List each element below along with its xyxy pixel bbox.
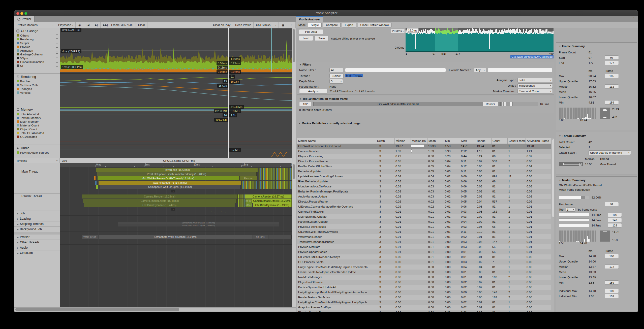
first-frame-button[interactable]: 97 [605, 202, 619, 206]
table-row[interactable]: WatermarkRender30.010.010.010.020.018110… [297, 234, 551, 239]
clear-on-play-toggle[interactable]: Clear on Play [211, 22, 233, 28]
table-row[interactable]: Director.ProcessFrame30.050.060.040.110.… [297, 159, 551, 164]
legend-item[interactable]: Mesh Memory [14, 120, 60, 123]
table-row[interactable]: Profiler.CollectGlobalStats30.050.050.04… [297, 164, 551, 169]
table-row[interactable]: UnityEngine.InputModule.dll!UnityEngineI… [297, 290, 551, 295]
timeline-live-button[interactable]: Live [60, 158, 69, 163]
mode-button-compare[interactable]: Compare [323, 23, 341, 27]
call-stacks-toggle[interactable]: Call Stacks [254, 22, 273, 28]
module-header[interactable]: Audio [14, 145, 60, 151]
table-row[interactable]: ParticleSystem.EndUpdateAll30.000.000.00… [297, 285, 551, 290]
timeline-span[interactable]: Semaphore.WaitForSignal (16.66ms) [118, 222, 279, 224]
column-header-max[interactable]: Max [460, 138, 476, 144]
timeline-span[interactable]: Gfx.DrawDynamic (15.44ms) [84, 203, 235, 207]
top10-segment[interactable] [504, 102, 506, 106]
column-header-min[interactable]: Min [444, 138, 460, 144]
table-row[interactable]: UIEvents.IMGUIRenderOverlays30.000.010.0… [297, 254, 551, 259]
timeline-menu-icon[interactable]: ⋮ [289, 158, 296, 163]
table-row[interactable]: Graphics.PresentAndSync30.000.000.000.02… [297, 305, 551, 310]
thread-row-scripting-threads[interactable]: ▶Scripting Threads [14, 221, 60, 226]
top10-segment[interactable]: Render [483, 102, 498, 106]
table-row[interactable]: MeshSkinning.Update30.010.010.010.030.02… [297, 214, 551, 219]
column-header-count-frame[interactable]: Count Frame [507, 138, 526, 144]
table-row[interactable]: UpdateRendererBoundingVolumes30.040.040.… [297, 174, 551, 179]
expander-icon[interactable]: ▼ [171, 190, 175, 192]
table-row[interactable]: Director.PrepareFrame30.020.020.020.050.… [297, 199, 551, 204]
table-row[interactable]: Monobehaviour.OnMouse_30.030.030.030.060… [297, 184, 551, 189]
graph-scale-dropdown[interactable]: Upper quartile of frame ti▾ [589, 150, 631, 155]
save-button[interactable]: Save [315, 36, 329, 41]
legend-item[interactable]: GarbageCollector [14, 52, 60, 56]
timeline-span[interactable]: Camera.ImageEffects (15.48ms) [83, 199, 237, 203]
top-n-dropdown[interactable]: 3▾ [566, 207, 576, 212]
top-cost-frame-button[interactable]: 129 [608, 223, 622, 227]
legend-item[interactable]: Scripts [14, 41, 60, 45]
mode-button-export[interactable]: Export [342, 23, 356, 27]
drag-handle-icon[interactable] [56, 46, 58, 48]
module-header[interactable]: Memory [14, 106, 60, 112]
legend-item[interactable]: Triangles [14, 87, 60, 91]
record-icon[interactable]: ◉ [76, 22, 84, 28]
name-filter-mode-dropdown[interactable]: All▾ [329, 68, 343, 72]
range-dropdown[interactable]: 20.3ms▾ [391, 29, 405, 33]
legend-item[interactable]: Global Illumination [14, 60, 60, 64]
exclude-names-input[interactable] [488, 68, 552, 72]
table-row[interactable]: UIEvents.WillRenderCanvases30.010.010.01… [297, 229, 551, 234]
thread-label-render-thread[interactable]: Render Thread [14, 194, 60, 198]
table-row[interactable]: AudioManager.Update30.020.030.020.050.02… [297, 194, 551, 199]
playmode-dropdown[interactable]: Playmode▾ [56, 22, 76, 28]
clear-button[interactable]: Clear [136, 22, 147, 28]
table-row[interactable]: NavMeshManager30.000.000.000.010.0116220… [297, 275, 551, 280]
timeline-span[interactable]: WaitForTargetFPS (14.46ms) [99, 181, 241, 185]
top-cost-row[interactable]: 14.8ms100 [559, 212, 634, 217]
legend-item[interactable]: Rendering [14, 37, 60, 41]
exclude-mode-dropdown[interactable]: Any▾ [474, 68, 486, 72]
table-row[interactable]: UIEvents.CanvasManagerRenderOverlays30.0… [297, 204, 551, 209]
next-frame-icon[interactable]: ▶| [92, 22, 101, 28]
frame-jump-button[interactable]: 159 [605, 100, 619, 105]
thread-row-cloudjob[interactable]: ▶CloudJob [14, 250, 60, 255]
depth-slice-dropdown[interactable]: 3▾ [329, 79, 343, 84]
table-row[interactable]: Physics.UpdateBodies30.010.010.000.010.0… [297, 249, 551, 254]
table-row[interactable]: BehaviourUpdate30.050.050.050.110.068110… [297, 169, 551, 174]
table-row[interactable]: UnityEngine.CoreModule.dll!UnityEngine.E… [297, 265, 551, 270]
timeline-span[interactable]: PostLateUpdate.FinishFrameRendering (15.… [97, 172, 257, 176]
timeline-span[interactable]: Gfx.DrawDynamic (15.19ms) [253, 203, 292, 207]
marker-details-table[interactable]: Marker NameDepthMedian▴Median BaMeanMinM… [297, 138, 554, 312]
frame-jump-button[interactable]: 100 [605, 289, 619, 293]
table-row[interactable]: GUI.ProcessEvents30.000.010.000.030.0271… [297, 259, 551, 265]
units-dropdown[interactable]: Milliseconds▾ [517, 83, 553, 88]
call-stacks-dropdown-icon[interactable]: ▾ [273, 22, 279, 28]
thread-label-main-thread[interactable]: Main Thread [14, 170, 60, 173]
frame-time-graph[interactable] [406, 28, 554, 52]
timeline-span[interactable]: Camera.Render (16.27ms) [245, 194, 292, 199]
details-table-scrollbar[interactable] [551, 138, 554, 312]
profiler-modules-dropdown[interactable]: Profiler Modules▾ [14, 22, 56, 28]
drag-handle-icon[interactable] [56, 57, 58, 59]
thread-row-audio[interactable]: ▶Audio [14, 245, 60, 250]
tab-profile-analyzer[interactable]: Profile Analyzer [296, 16, 323, 22]
charts-vertical-scrollbar[interactable] [292, 28, 296, 158]
marker-columns-dropdown[interactable]: Time and Count▾ [517, 89, 553, 93]
table-row[interactable]: TransformChangedDispatch30.010.010.000.0… [297, 239, 551, 244]
name-filter-input[interactable] [345, 68, 446, 72]
drag-handle-icon[interactable] [56, 35, 58, 36]
column-header-median-ba[interactable]: Median Ba [411, 138, 427, 144]
toolbar-menu-icon[interactable]: ⋮ [287, 22, 296, 28]
thread-select-button[interactable]: Select [329, 74, 344, 78]
legend-item[interactable]: SetPass Calls [14, 83, 60, 87]
column-header-mean[interactable]: Mean [427, 138, 444, 144]
thread-summary-row[interactable]: 16.50Main Thread [559, 161, 634, 167]
top10-median-frame-button[interactable]: 132 [299, 102, 311, 106]
layout-icon[interactable]: ▣ [279, 22, 287, 28]
drag-handle-icon[interactable] [56, 42, 58, 44]
frame-jump-button[interactable]: 97 [605, 55, 619, 60]
prev-frame-icon[interactable]: |◀ [84, 22, 92, 28]
top-cost-frame-button[interactable]: 100 [608, 213, 622, 217]
table-row[interactable]: RenderTexture.SetActive30.000.000.000.01… [297, 295, 551, 300]
frame-jump-button[interactable]: 105 [605, 74, 619, 78]
top-cost-frame-button[interactable]: 147 [608, 218, 622, 222]
drag-handle-icon[interactable] [56, 50, 58, 51]
deep-profile-toggle[interactable]: Deep Profile [233, 22, 254, 28]
drag-handle-icon[interactable] [56, 38, 58, 40]
